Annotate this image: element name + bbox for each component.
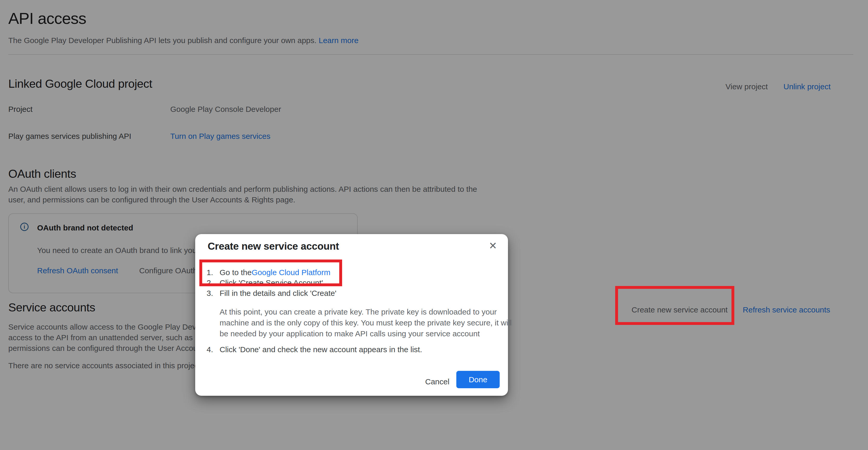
dialog-step-3: 3. Fill in the details and click 'Create… xyxy=(207,289,336,298)
annotation-box-steps xyxy=(199,259,342,286)
step-4-text: Click 'Done' and check the new account a… xyxy=(220,345,422,354)
step-3-number: 3. xyxy=(207,289,220,298)
done-button[interactable]: Done xyxy=(456,371,500,388)
note-line1: At this point, you can create a private … xyxy=(220,307,512,317)
annotation-box-create-button xyxy=(615,286,734,325)
note-line3: be needed by your application to make AP… xyxy=(220,328,512,339)
dialog-step-4: 4. Click 'Done' and check the new accoun… xyxy=(207,345,422,354)
api-access-page: API access The Google Play Developer Pub… xyxy=(0,0,868,450)
note-line2: machine and is the only copy of this key… xyxy=(220,317,512,328)
close-icon[interactable]: ✕ xyxy=(486,239,500,253)
cancel-button[interactable]: Cancel xyxy=(418,375,456,388)
step-3-text: Fill in the details and click 'Create' xyxy=(220,289,336,298)
dialog-title: Create new service account xyxy=(208,240,339,252)
step-4-number: 4. xyxy=(207,345,220,354)
dialog-private-key-note: At this point, you can create a private … xyxy=(220,307,512,339)
